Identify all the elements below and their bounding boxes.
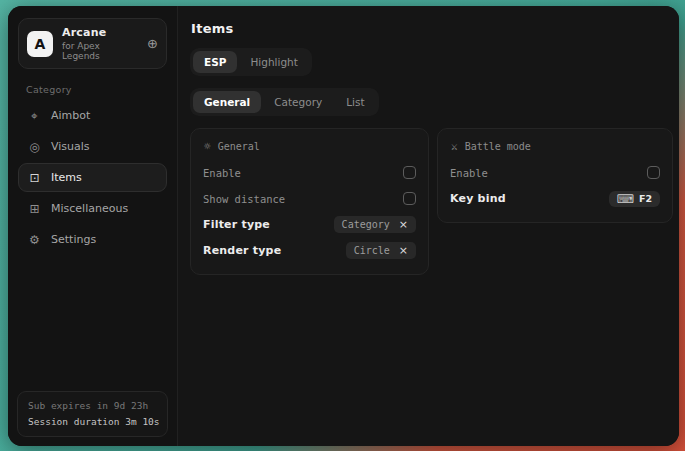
show-distance-checkbox[interactable] — [403, 192, 416, 205]
gear-icon: ⚙ — [28, 234, 41, 246]
tab-category[interactable]: Category — [263, 91, 333, 113]
filter-type-select[interactable]: Category × — [334, 216, 416, 233]
panel-general: ☼ General Enable Show distance Filter ty… — [190, 128, 429, 275]
setting-row-battle-enable: Enable — [450, 160, 660, 185]
view-tab-row: General Category List — [190, 88, 673, 116]
sidebar-item-label: Miscellaneous — [51, 202, 128, 215]
setting-row-filter-type: Filter type Category × — [203, 212, 416, 237]
setting-row-key-bind: Key bind ⌨ F2 — [450, 186, 660, 211]
sidebar-item-miscellaneous[interactable]: ⊞ Miscellaneous — [18, 194, 167, 223]
app-name: Arcane — [62, 26, 138, 39]
tab-list[interactable]: List — [335, 91, 375, 113]
setting-label: Show distance — [203, 193, 285, 205]
setting-row-render-type: Render type Circle × — [203, 238, 416, 263]
swords-icon: ⚔ — [451, 141, 458, 152]
sidebar-item-items[interactable]: ⊡ Items — [18, 163, 167, 192]
panel-battle-header: ⚔ Battle mode — [450, 138, 660, 159]
setting-row-enable: Enable — [203, 160, 416, 185]
panel-battle-mode: ⚔ Battle mode Enable Key bind ⌨ F2 — [437, 128, 673, 223]
sidebar-item-label: Aimbot — [51, 109, 90, 122]
sidebar-item-visuals[interactable]: ◎ Visuals — [18, 132, 167, 161]
panel-title: Battle mode — [465, 141, 531, 152]
main-content: Items ESP Highlight General Category Lis… — [178, 6, 679, 446]
session-duration-text: Session duration 3m 10s — [28, 416, 157, 427]
keyboard-icon: ⌨ — [617, 193, 634, 205]
tab-esp[interactable]: ESP — [193, 51, 237, 73]
filter-type-value: Category — [342, 219, 390, 230]
setting-label: Key bind — [450, 192, 506, 205]
tab-highlight[interactable]: Highlight — [239, 51, 308, 73]
view-tab-group: General Category List — [190, 88, 379, 116]
app-subtitle: for Apex Legends — [62, 41, 138, 61]
sun-icon: ☼ — [204, 141, 211, 152]
clear-icon[interactable]: × — [399, 245, 408, 256]
sidebar-nav: ⌖ Aimbot ◎ Visuals ⊡ Items ⊞ Miscellaneo… — [18, 101, 167, 254]
target-icon[interactable]: ⊕ — [147, 37, 158, 50]
box-icon: ⊡ — [28, 172, 41, 184]
app-window: A Arcane for Apex Legends ⊕ Category ⌖ A… — [8, 6, 679, 446]
panels-row: ☼ General Enable Show distance Filter ty… — [190, 128, 673, 275]
sub-expiry-text: Sub expires in 9d 23h — [28, 400, 157, 411]
app-title-block: Arcane for Apex Legends — [62, 26, 138, 61]
keybind-value: F2 — [639, 193, 652, 204]
app-header-card: A Arcane for Apex Legends ⊕ — [18, 18, 167, 69]
tab-general[interactable]: General — [193, 91, 261, 113]
clear-icon[interactable]: × — [399, 219, 408, 230]
grid-icon: ⊞ — [28, 203, 41, 215]
sidebar-item-settings[interactable]: ⚙ Settings — [18, 225, 167, 254]
keybind-button[interactable]: ⌨ F2 — [609, 191, 660, 207]
sidebar-section-label: Category — [26, 84, 167, 95]
mode-tab-row: ESP Highlight — [190, 48, 673, 76]
setting-row-show-distance: Show distance — [203, 186, 416, 211]
setting-label: Filter type — [203, 218, 270, 231]
sidebar-item-label: Visuals — [51, 140, 90, 153]
mode-tab-group: ESP Highlight — [190, 48, 312, 76]
sidebar-item-aimbot[interactable]: ⌖ Aimbot — [18, 101, 167, 130]
panel-title: General — [218, 141, 260, 152]
enable-checkbox[interactable] — [403, 166, 416, 179]
sidebar: A Arcane for Apex Legends ⊕ Category ⌖ A… — [8, 6, 178, 446]
render-type-value: Circle — [354, 245, 390, 256]
render-type-select[interactable]: Circle × — [346, 242, 416, 259]
panel-general-header: ☼ General — [203, 138, 416, 159]
page-title: Items — [191, 21, 673, 36]
crosshair-icon: ⌖ — [28, 110, 41, 122]
battle-enable-checkbox[interactable] — [647, 166, 660, 179]
app-logo: A — [27, 31, 53, 57]
sidebar-item-label: Settings — [51, 233, 96, 246]
subscription-info-card: Sub expires in 9d 23h Session duration 3… — [17, 391, 168, 437]
eye-icon: ◎ — [28, 141, 41, 153]
setting-label: Enable — [450, 167, 488, 179]
setting-label: Enable — [203, 167, 241, 179]
sidebar-item-label: Items — [51, 171, 82, 184]
setting-label: Render type — [203, 244, 281, 257]
